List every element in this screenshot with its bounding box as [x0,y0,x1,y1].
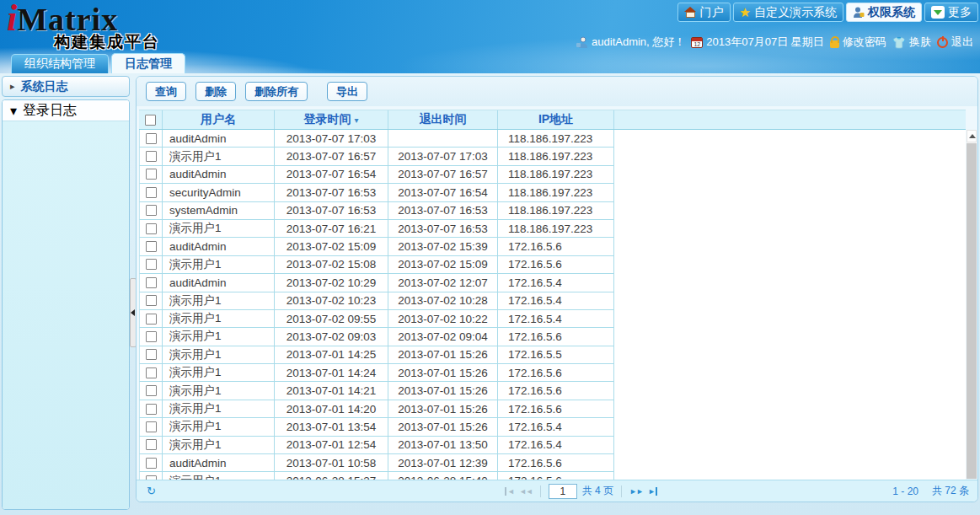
row-checkbox[interactable] [146,241,157,252]
delete-button[interactable]: 删除 [195,82,236,101]
table-row[interactable]: 演示用户1 2013-07-07 16:57 2013-07-07 17:03 … [139,148,615,165]
table-row[interactable]: systemAdmin 2013-07-07 16:53 2013-07-07 … [139,202,615,220]
table-row[interactable]: 演示用户1 2013-07-01 13:54 2013-07-01 15:26 … [139,418,615,436]
page-number-input[interactable] [549,484,577,499]
lock-icon [830,40,839,48]
row-checkbox-cell [139,364,163,382]
nav-portal-label: 门户 [700,5,724,20]
cell-ip-address: 118.186.197.223 [498,202,614,220]
nav-permission-system-label: 权限系统 [868,5,915,20]
nav-permission-system-button[interactable]: 权限系统 [846,3,922,22]
column-header-ip[interactable]: IP地址 [498,110,614,129]
row-checkbox[interactable] [146,205,157,216]
column-header-login-time[interactable]: 登录时间 ▾ [275,110,388,129]
table-row[interactable]: auditAdmin 2013-07-07 16:54 2013-07-07 1… [139,166,615,184]
last-page-button[interactable]: ► [648,487,657,496]
cell-ip-address: 172.16.5.6 [498,400,614,418]
cell-logout-time: 2013-07-01 15:26 [388,382,498,400]
column-header-logout-time-label: 退出时间 [420,112,467,127]
table-row[interactable]: auditAdmin 2013-07-02 15:09 2013-07-02 1… [139,238,615,255]
cell-username: auditAdmin [163,454,275,472]
row-checkbox[interactable] [146,259,157,270]
row-checkbox[interactable] [146,331,157,342]
cell-username: 演示用户1 [163,472,275,480]
row-checkbox-cell [139,256,163,274]
cell-ip-address: 172.16.5.6 [498,238,614,255]
select-all-checkbox-cell [139,110,163,129]
row-checkbox[interactable] [146,458,157,469]
row-checkbox[interactable] [146,349,157,360]
table-row[interactable]: 演示用户1 2013-06-28 15:37 2013-06-28 15:40 … [139,472,615,480]
row-checkbox-cell [139,148,163,165]
nav-portal-button[interactable]: 门户 [677,3,731,22]
chevron-down-icon: ▾ [10,103,17,119]
table-row[interactable]: auditAdmin 2013-07-01 10:58 2013-07-01 1… [139,454,615,472]
tab-log-management[interactable]: 日志管理 [111,53,185,73]
table-row[interactable]: 演示用户1 2013-07-02 09:03 2013-07-02 09:04 … [139,328,615,346]
row-checkbox[interactable] [146,151,157,162]
row-checkbox[interactable] [146,439,157,450]
next-page-button[interactable]: ►► [629,487,643,496]
change-password-link[interactable]: 修改密码 [830,35,886,50]
cell-username: 演示用户1 [163,418,275,436]
cell-login-time: 2013-06-28 15:37 [275,472,388,480]
table-row[interactable]: 演示用户1 2013-07-02 10:23 2013-07-02 10:28 … [139,292,615,310]
system-nav: 门户 ★ 自定义演示系统 权限系统 更多 [677,3,978,22]
cell-ip-address: 172.16.5.4 [498,418,614,436]
query-button[interactable]: 查询 [146,82,186,101]
cell-login-time: 2013-07-01 14:21 [275,382,388,400]
table-row[interactable]: 演示用户1 2013-07-01 14:24 2013-07-01 15:26 … [139,364,615,382]
nav-custom-demo-button[interactable]: ★ 自定义演示系统 [733,3,843,22]
sidebar-item-login-log[interactable]: ▾ 登录日志 [3,100,129,121]
cell-logout-time: 2013-07-07 16:57 [388,166,498,184]
row-checkbox-cell [139,382,163,400]
row-checkbox[interactable] [146,277,157,288]
sidebar-item-system-log[interactable]: ▸ 系统日志 [2,76,130,97]
cell-logout-time: 2013-06-28 15:40 [388,472,498,480]
row-checkbox[interactable] [146,314,157,325]
table-row[interactable]: 演示用户1 2013-07-02 15:08 2013-07-02 15:09 … [139,256,615,274]
cell-logout-time: 2013-07-02 10:28 [388,292,498,310]
row-checkbox[interactable] [146,223,157,234]
row-checkbox[interactable] [146,367,157,378]
row-checkbox[interactable] [146,404,157,415]
cell-login-time: 2013-07-01 14:25 [275,346,388,364]
cell-username: systemAdmin [163,202,275,220]
export-button[interactable]: 导出 [327,82,367,101]
row-checkbox-cell [139,400,163,418]
cell-ip-address: 172.16.5.4 [498,292,614,310]
row-checkbox[interactable] [146,169,157,180]
first-page-button[interactable]: ◄ [505,487,514,496]
tab-organization-management[interactable]: 组织结构管理 [11,54,109,73]
row-checkbox[interactable] [146,295,157,306]
column-header-username[interactable]: 用户名 [163,110,275,129]
logout-link[interactable]: 退出 [937,35,973,50]
scrollbar-up-arrow[interactable] [967,130,977,142]
select-all-checkbox[interactable] [145,115,156,126]
column-header-filler [614,110,966,129]
scrollbar-thumb[interactable] [967,143,977,479]
vertical-scrollbar[interactable] [967,130,977,479]
row-checkbox[interactable] [146,385,157,396]
prev-page-button[interactable]: ◄◄ [519,487,533,496]
delete-all-button[interactable]: 删除所有 [245,82,308,101]
table-row[interactable]: 演示用户1 2013-07-02 09:55 2013-07-02 10:22 … [139,310,615,328]
table-row[interactable]: securityAdmin 2013-07-07 16:53 2013-07-0… [139,184,615,201]
table-row[interactable]: 演示用户1 2013-07-01 14:20 2013-07-01 15:26 … [139,400,615,418]
row-checkbox[interactable] [146,133,157,144]
refresh-icon[interactable]: ↻ [147,485,156,497]
column-header-logout-time[interactable]: 退出时间 [388,110,498,129]
table-row[interactable]: 演示用户1 2013-07-01 14:21 2013-07-01 15:26 … [139,382,615,400]
table-row[interactable]: 演示用户1 2013-07-01 14:25 2013-07-01 15:26 … [139,346,615,364]
row-checkbox[interactable] [146,187,157,198]
change-skin-link[interactable]: 👕 换肤 [892,35,931,50]
table-row[interactable]: 演示用户1 2013-07-07 16:21 2013-07-07 16:53 … [139,220,615,238]
cell-login-time: 2013-07-07 16:53 [275,184,388,201]
nav-more-button[interactable]: 更多 [924,3,978,22]
green-down-arrow-icon [931,6,945,19]
table-row[interactable]: 演示用户1 2013-07-01 12:54 2013-07-01 13:50 … [139,437,615,454]
table-row[interactable]: auditAdmin 2013-07-07 17:03 118.186.197.… [139,130,615,148]
cell-username: 演示用户1 [163,220,275,238]
row-checkbox[interactable] [146,421,157,432]
table-row[interactable]: auditAdmin 2013-07-02 10:29 2013-07-02 1… [139,274,615,292]
